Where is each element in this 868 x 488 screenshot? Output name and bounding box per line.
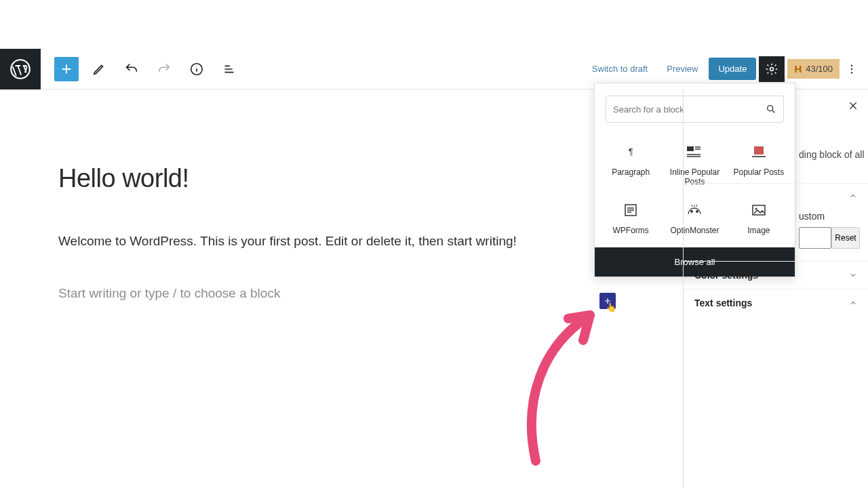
switch-to-draft-button[interactable]: Switch to draft: [584, 58, 656, 79]
info-button[interactable]: [184, 57, 209, 81]
seo-score-value: 43/100: [806, 64, 833, 74]
toolbar-right: Switch to draft Preview Update H 43/100: [584, 56, 868, 82]
kebab-icon: [846, 63, 858, 75]
undo-button[interactable]: [119, 57, 144, 81]
more-options-button[interactable]: [842, 56, 861, 82]
pilcrow-icon: ¶: [629, 143, 633, 161]
wordpress-logo[interactable]: [0, 49, 41, 89]
sidebar-close-button[interactable]: [846, 99, 860, 113]
svg-point-3: [851, 64, 852, 66]
plus-icon: [59, 62, 74, 77]
edit-tool-button[interactable]: [87, 57, 111, 81]
undo-icon: [124, 62, 139, 77]
pencil-icon: [92, 62, 106, 77]
chevron-up-icon: [849, 299, 857, 307]
cursor-pointer-icon: 👆: [606, 302, 616, 312]
custom-size-input[interactable]: [799, 227, 831, 249]
settings-sidebar: ding block of all ustom Reset Color sett…: [683, 89, 868, 488]
redo-icon: [157, 62, 172, 77]
panel-label: Text settings: [694, 298, 752, 308]
color-settings-panel[interactable]: Color settings: [684, 262, 868, 289]
text-settings-panel[interactable]: Text settings: [684, 289, 868, 317]
settings-button[interactable]: [759, 56, 785, 82]
close-icon: [848, 100, 859, 111]
block-wpforms[interactable]: WPForms: [599, 195, 663, 243]
seo-h-icon: H: [794, 63, 802, 75]
svg-point-2: [770, 67, 774, 70]
block-label: WPForms: [613, 226, 649, 235]
typography-panel-toggle[interactable]: [684, 183, 868, 200]
update-button[interactable]: Update: [709, 58, 756, 80]
list-view-button[interactable]: [217, 57, 241, 81]
custom-input-row: Reset: [684, 222, 868, 262]
custom-size-row: ustom: [684, 200, 868, 222]
chevron-up-icon: [849, 192, 857, 200]
preview-button[interactable]: Preview: [658, 58, 706, 79]
sidebar-text-snippet: ding block of all: [799, 149, 868, 160]
add-block-button[interactable]: [54, 57, 79, 81]
svg-point-4: [851, 68, 852, 69]
reset-button[interactable]: Reset: [831, 227, 860, 249]
form-icon: [625, 201, 637, 219]
gear-icon: [765, 62, 778, 76]
block-label: Paragraph: [612, 167, 650, 177]
redo-button: [152, 57, 176, 81]
info-icon: [189, 62, 204, 77]
toolbar-left: [0, 49, 241, 89]
seo-score-badge[interactable]: H 43/100: [787, 59, 840, 79]
outline-icon: [222, 62, 237, 77]
custom-label: ustom: [799, 211, 825, 222]
chevron-down-icon: [849, 271, 857, 279]
panel-label: Color settings: [694, 270, 758, 281]
block-paragraph[interactable]: ¶ Paragraph: [599, 136, 663, 195]
svg-point-5: [851, 72, 852, 73]
wordpress-icon: [10, 59, 31, 79]
